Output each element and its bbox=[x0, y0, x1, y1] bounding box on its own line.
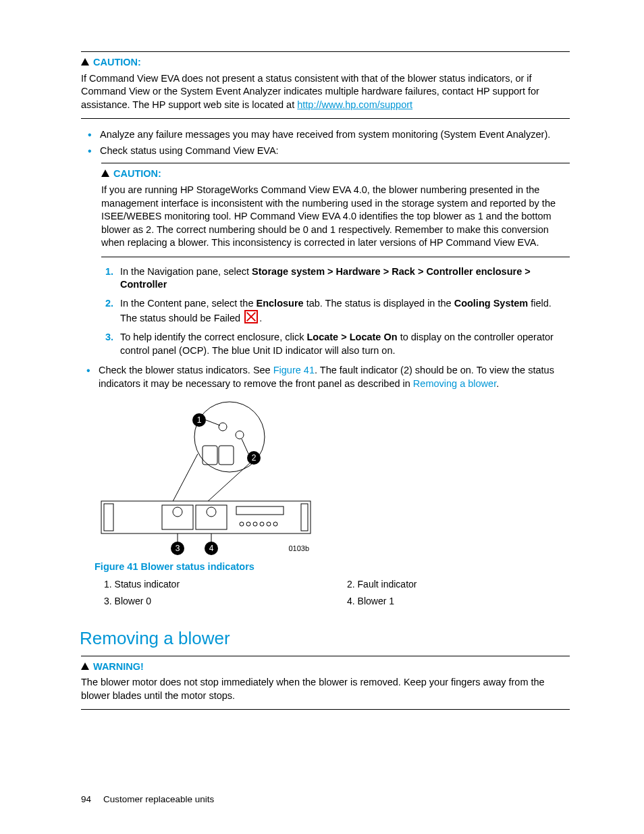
svg-rect-13 bbox=[301, 504, 308, 531]
failed-status-icon bbox=[244, 310, 258, 323]
bullet-list-1: Analyze any failure messages you may hav… bbox=[81, 128, 570, 157]
legend-item: 2. Fault indicator bbox=[347, 578, 570, 591]
svg-point-22 bbox=[260, 522, 264, 526]
callout-4: 4 bbox=[209, 544, 214, 553]
warning-body: The blower motor does not stop immediate… bbox=[81, 676, 570, 702]
step-number: 3. bbox=[105, 331, 120, 357]
text: . bbox=[259, 313, 262, 323]
figure-id: 0103b bbox=[288, 544, 309, 552]
list-item: Analyze any failure messages you may hav… bbox=[100, 128, 570, 142]
svg-point-24 bbox=[273, 522, 277, 526]
caution-icon bbox=[101, 170, 109, 177]
svg-rect-12 bbox=[104, 504, 113, 531]
svg-point-23 bbox=[267, 522, 271, 526]
legend-item: 1. Status indicator bbox=[104, 578, 327, 591]
figure-legend: 1. Status indicator 2. Fault indicator 3… bbox=[104, 578, 570, 608]
callout-1: 1 bbox=[197, 415, 202, 425]
menu-path: Locate > Locate On bbox=[306, 332, 397, 342]
page: CAUTION: If Command View EVA does not pr… bbox=[0, 0, 644, 834]
section-ref-link[interactable]: Removing a blower bbox=[413, 378, 496, 389]
caution-box-2: CAUTION: If you are running HP StorageWo… bbox=[101, 163, 570, 257]
support-link[interactable]: http://www.hp.com/support bbox=[297, 99, 412, 110]
figure-ref-link[interactable]: Figure 41 bbox=[273, 365, 315, 375]
field-name: Cooling System bbox=[454, 298, 529, 309]
bullet-list-2: Check the blower status indicators. See … bbox=[86, 364, 570, 390]
bullet-text: Check status using Command View EVA: bbox=[100, 145, 279, 156]
warning-icon bbox=[81, 662, 89, 670]
svg-point-19 bbox=[240, 522, 244, 526]
caution-header: CAUTION: bbox=[101, 167, 570, 181]
text: Check the blower status indicators. See bbox=[99, 365, 273, 375]
text: tab. The status is displayed in the bbox=[304, 298, 454, 309]
step-text: In the Navigation pane, select Storage s… bbox=[120, 265, 570, 292]
callout-2: 2 bbox=[252, 453, 257, 463]
warning-label: WARNING! bbox=[93, 661, 144, 672]
figure-caption: Figure 41 Blower status indicators bbox=[95, 561, 570, 574]
warning-header: WARNING! bbox=[81, 660, 570, 674]
page-footer: 94Customer replaceable units bbox=[81, 793, 214, 806]
step-text: In the Content pane, select the Enclosur… bbox=[120, 297, 570, 325]
caution-box-1: CAUTION: If Command View EVA does not pr… bbox=[81, 51, 570, 119]
text: To help identify the correct enclosure, … bbox=[120, 332, 306, 342]
figure-41: 1 2 bbox=[95, 400, 570, 607]
caution-label: CAUTION: bbox=[93, 57, 141, 68]
caution-label: CAUTION: bbox=[113, 168, 161, 179]
svg-point-21 bbox=[253, 522, 257, 526]
step-number: 2. bbox=[105, 297, 120, 325]
legend-item: 3. Blower 0 bbox=[104, 595, 327, 608]
caution-header: CAUTION: bbox=[81, 56, 570, 70]
text: . bbox=[496, 378, 499, 389]
svg-point-17 bbox=[207, 507, 216, 517]
step-number: 1. bbox=[105, 265, 120, 292]
section-heading-removing-blower: Removing a blower bbox=[80, 627, 570, 650]
caution-body: If you are running HP StorageWorks Comma… bbox=[101, 184, 570, 250]
page-number: 94 bbox=[81, 794, 91, 804]
text: In the Navigation pane, select bbox=[120, 266, 252, 277]
step-2: 2. In the Content pane, select the Enclo… bbox=[105, 297, 570, 325]
caution-body: If Command View EVA does not present a s… bbox=[81, 72, 570, 112]
list-item: Check status using Command View EVA: bbox=[100, 145, 570, 158]
step-3: 3. To help identify the correct enclosur… bbox=[105, 331, 570, 357]
svg-point-20 bbox=[246, 522, 250, 526]
ordered-steps: 1. In the Navigation pane, select Storag… bbox=[105, 265, 570, 357]
legend-item: 4. Blower 1 bbox=[347, 595, 570, 608]
caution-icon bbox=[81, 58, 89, 66]
callout-3: 3 bbox=[176, 544, 180, 553]
chapter-title: Customer replaceable units bbox=[103, 794, 214, 804]
warning-box: WARNING! The blower motor does not stop … bbox=[81, 656, 570, 710]
figure-illustration: 1 2 bbox=[95, 400, 324, 555]
step-text: To help identify the correct enclosure, … bbox=[120, 331, 570, 357]
svg-rect-18 bbox=[236, 506, 284, 515]
step-1: 1. In the Navigation pane, select Storag… bbox=[105, 265, 570, 292]
list-item: Check the blower status indicators. See … bbox=[99, 364, 570, 390]
tab-name: Enclosure bbox=[257, 298, 304, 309]
bullet-text: Analyze any failure messages you may hav… bbox=[100, 129, 550, 140]
text: In the Content pane, select the bbox=[120, 298, 257, 309]
svg-point-16 bbox=[173, 507, 182, 517]
